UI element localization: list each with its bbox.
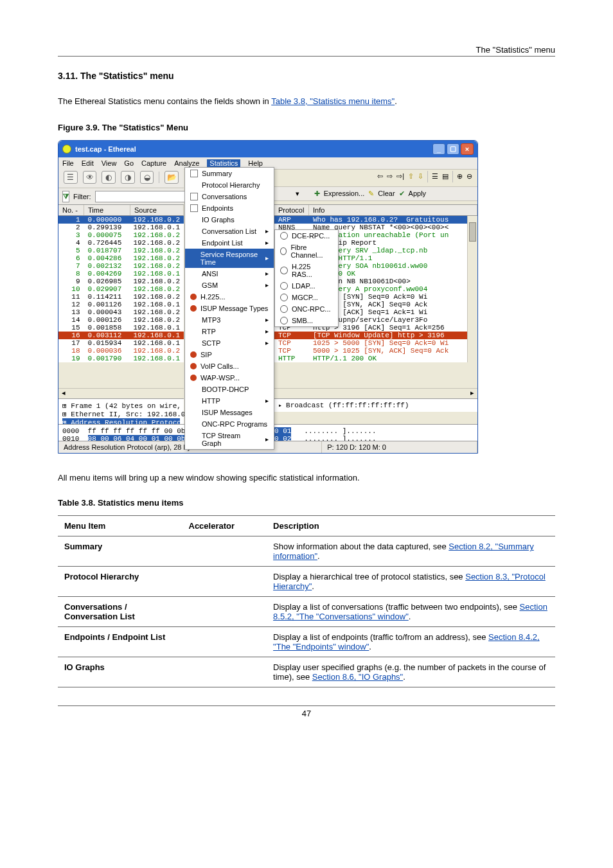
stats-menu-item[interactable]: MTP3▸ (185, 314, 274, 326)
desc-link[interactable]: Section 8.4.2, "The "Endpoints" window" (273, 632, 540, 651)
srt-submenu-item[interactable]: Fibre Channel... (275, 242, 338, 261)
table-row[interactable]: 40.726445192.168.0.2 (58, 239, 184, 247)
tool-cap1-icon[interactable]: ◐ (102, 171, 116, 184)
clear-link[interactable]: Clear (378, 190, 395, 197)
stats-menu-item[interactable]: ANSI▸ (185, 268, 274, 279)
table-row[interactable]: 70.002132192.168.0.2 (58, 262, 184, 270)
hscroll-left[interactable]: ◂ (58, 388, 184, 398)
table-row[interactable]: 50.018707192.168.0.2 (58, 247, 184, 254)
stats-menu-item[interactable]: IO Graphs (185, 214, 274, 226)
table-row[interactable]: 140.000126192.168.0.2 (58, 316, 184, 324)
table-row[interactable]: 20.299139192.168.0.1 (58, 224, 184, 231)
nav-last-icon[interactable]: ⇨| (396, 172, 404, 181)
col-no[interactable]: No. - (58, 205, 84, 215)
col-info[interactable]: Info (309, 205, 477, 215)
desc-link[interactable]: Section 8.3, "Protocol Hierarchy" (273, 572, 546, 591)
table-row[interactable]: 170.015934192.168.0.1 (58, 339, 184, 347)
menu-analyze[interactable]: Analyze (174, 159, 199, 167)
desc-link[interactable]: Section 8.6, "IO Graphs" (312, 672, 403, 682)
nav-up-icon[interactable]: ⇧ (408, 172, 414, 181)
tool-cap3-icon[interactable]: ◒ (140, 171, 154, 184)
stats-menu-item[interactable]: Conversation List▸ (185, 226, 274, 237)
table-row[interactable]: HTTPHTTP/1.1 200 OK (274, 355, 477, 362)
menu-file[interactable]: File (62, 159, 74, 167)
srt-submenu-item[interactable]: MGCP... (275, 292, 338, 303)
srt-submenu-item[interactable]: SMB... (275, 315, 338, 326)
filter-icon[interactable]: ⧩ (62, 191, 69, 202)
col-time[interactable]: Time (84, 205, 130, 215)
menu-edit[interactable]: Edit (82, 159, 94, 167)
table-row[interactable]: ARPWho has 192.168.0.2? Gratuitous (274, 216, 477, 224)
intro-link[interactable]: Table 3.8, "Statistics menu items" (271, 96, 395, 106)
stats-menu-item[interactable]: BOOTP-DHCP (185, 384, 274, 395)
srt-submenu-item[interactable]: ONC-RPC... (275, 303, 338, 315)
table-row[interactable]: 60.004286192.168.0.2 (58, 254, 184, 262)
maximize-button[interactable]: ▢ (447, 143, 459, 155)
stats-menu-item[interactable]: Conversations (185, 191, 274, 202)
menu-help[interactable]: Help (248, 159, 263, 167)
menu-statistics[interactable]: Statistics (207, 159, 240, 167)
stats-menu-item[interactable]: RTP▸ (185, 326, 274, 337)
filter-input[interactable] (95, 191, 188, 202)
stats-menu-item[interactable]: HTTP▸ (185, 395, 274, 407)
table-row[interactable]: 150.001858192.168.0.1 (58, 324, 184, 332)
tree-eth[interactable]: ⊞ Ethernet II, Src: 192.168.0.2 (62, 410, 180, 418)
stats-menu-item[interactable]: ISUP Message Types (185, 303, 274, 314)
zoom-in-icon[interactable]: ⊕ (457, 172, 463, 181)
stats-menu-item[interactable]: H.225... (185, 291, 274, 303)
table-row[interactable]: 80.004269192.168.0.1 (58, 270, 184, 278)
nav-fwd-icon[interactable]: ⇨ (387, 172, 393, 181)
menu-go[interactable]: Go (124, 159, 134, 167)
srt-submenu-item[interactable]: H.225 RAS... (275, 261, 338, 280)
expression-link[interactable]: Expression... (324, 190, 365, 197)
table-row[interactable]: TCP[TCP Window Update] http > 3196 (274, 332, 477, 339)
desc-link[interactable]: Section 8.5.2, "The "Conversations" wind… (273, 602, 547, 621)
view-detail-icon[interactable]: ▤ (442, 172, 449, 181)
close-button[interactable]: × (461, 143, 474, 155)
nav-back-icon[interactable]: ⇦ (377, 172, 383, 181)
table-row[interactable]: 110.114211192.168.0.2 (58, 293, 184, 301)
minimize-button[interactable]: _ (432, 143, 445, 155)
stats-menu-item[interactable]: Summary (185, 168, 274, 179)
table-row[interactable]: 120.001126192.168.0.1 (58, 301, 184, 308)
table-row[interactable]: 190.001790192.168.0.1 (58, 355, 184, 362)
hscroll-right[interactable]: ▸ (274, 388, 477, 398)
col-proto[interactable]: Protocol (274, 205, 309, 215)
table-row[interactable]: 160.003112192.168.0.1 (58, 332, 184, 339)
tree-frame[interactable]: ⊞ Frame 1 (42 bytes on wire, 42 (62, 402, 180, 410)
tool-open-icon[interactable]: 📂 (164, 171, 179, 184)
stats-menu-item[interactable]: SCTP▸ (185, 337, 274, 349)
tree-right-pane[interactable]: ▸ Broadcast (ff:ff:ff:ff:ff:ff) (274, 398, 477, 412)
stats-menu-item[interactable]: SIP (185, 349, 274, 360)
apply-link[interactable]: Apply (409, 190, 427, 197)
table-row[interactable]: 90.026985192.168.0.2 (58, 278, 184, 285)
stats-menu-item[interactable]: Endpoint List▸ (185, 237, 274, 249)
table-row[interactable]: 10.000000192.168.0.2 (58, 216, 184, 224)
nav-down-icon[interactable]: ⇩ (418, 172, 423, 181)
desc-link[interactable]: Section 8.2, "Summary information" (273, 542, 534, 561)
stats-menu-item[interactable]: Service Response Time▸ (185, 249, 274, 268)
srt-submenu-item[interactable]: DCE-RPC... (275, 230, 338, 242)
srt-submenu-item[interactable]: LDAP... (275, 280, 338, 292)
menu-view[interactable]: View (102, 159, 117, 167)
tool-list-icon[interactable]: ☰ (64, 171, 78, 184)
view-list-icon[interactable]: ☰ (432, 172, 438, 181)
stats-menu-item[interactable]: Protocol Hierarchy (185, 179, 274, 191)
stats-menu-item[interactable]: ONC-RPC Programs (185, 418, 274, 430)
table-row[interactable]: 180.000036192.168.0.2 (58, 347, 184, 355)
table-row[interactable]: TCP1025 > 5000 [SYN] Seq=0 Ack=0 Wi (274, 339, 477, 347)
stats-menu-item[interactable]: GSM▸ (185, 279, 274, 291)
stats-menu-item[interactable]: WAP-WSP... (185, 372, 274, 384)
vscroll[interactable] (467, 216, 477, 362)
stats-menu-item[interactable]: ISUP Messages (185, 407, 274, 418)
tree-broadcast[interactable]: ▸ Broadcast (ff:ff:ff:ff:ff:ff) (278, 402, 474, 409)
stats-menu-item[interactable]: TCP Stream Graph▸ (185, 430, 274, 449)
tool-eye-icon[interactable]: 👁 (83, 171, 97, 184)
table-row[interactable]: 130.000043192.168.0.2 (58, 308, 184, 316)
dropdown-arrow-icon[interactable]: ▾ (296, 190, 299, 198)
menu-capture[interactable]: Capture (141, 159, 166, 167)
table-row[interactable]: 30.000075192.168.0.2 (58, 231, 184, 239)
stats-menu-item[interactable]: Endpoints (185, 202, 274, 214)
table-row[interactable]: TCP5000 > 1025 [SYN, ACK] Seq=0 Ack (274, 347, 477, 355)
table-row[interactable]: 100.029907192.168.0.2 (58, 285, 184, 293)
